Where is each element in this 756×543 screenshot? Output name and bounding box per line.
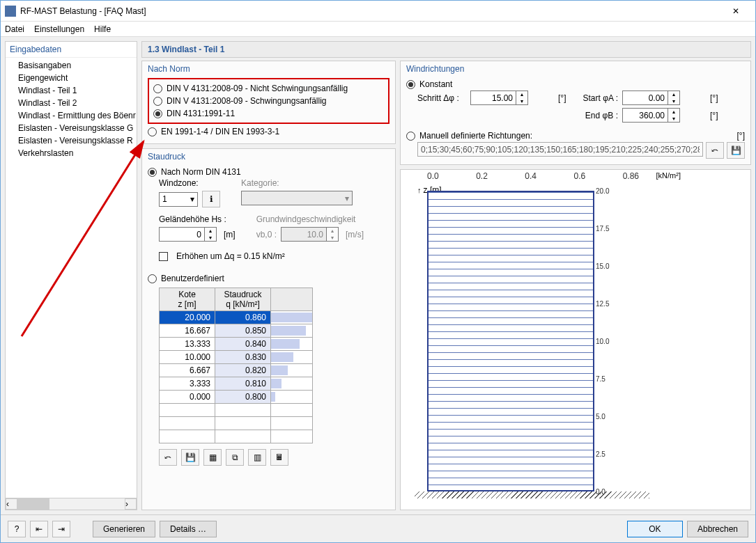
menu-hilfe[interactable]: Hilfe	[94, 24, 111, 34]
generieren-button[interactable]: Generieren	[93, 521, 155, 537]
info-button[interactable]: ℹ	[202, 191, 220, 207]
input-end[interactable]: ▴▾	[622, 108, 706, 123]
staudruck-table: Kote z [m] Staudruck q [kN/m²] 20.0000.8…	[159, 288, 313, 443]
next-button[interactable]: ⇥	[52, 521, 70, 537]
nav-item-4[interactable]: Windlast - Ermittlung des Böenr	[6, 109, 137, 122]
radio-icon	[148, 274, 157, 283]
tbtn-save[interactable]: 💾	[181, 449, 199, 466]
sidebar-hscroll[interactable]: ‹ ›	[6, 498, 137, 510]
chevron-down-icon: ▾	[345, 194, 349, 203]
radio-nach-norm-din[interactable]: Nach Norm DIN 4131	[148, 166, 389, 178]
radio-benutzerdefiniert[interactable]: Benutzerdefiniert	[148, 272, 389, 285]
table-row[interactable]: 20.0000.860	[160, 311, 313, 324]
window-close-button[interactable]: ✕	[720, 1, 751, 21]
chart-staudruck: 0.00.20.40.60.86 [kN/m²] ↑ z [m] 20.017.…	[400, 169, 751, 510]
checkbox-erhoehen[interactable]	[159, 252, 168, 261]
radio-icon	[153, 97, 162, 106]
label-gelaendehoehe: Geländehöhe Hs :	[159, 214, 236, 224]
radio-norm-0[interactable]: DIN V 4131:2008-09 - Nicht Schwingungsan…	[153, 82, 384, 95]
radio-icon	[406, 132, 415, 141]
th-bar	[271, 288, 313, 311]
radio-icon	[148, 168, 157, 177]
table-row[interactable]: 0.0000.800	[160, 391, 313, 404]
table-row[interactable]: 13.3330.840	[160, 338, 313, 351]
select-windzone[interactable]: 1▾	[159, 192, 198, 207]
help-button[interactable]: ?	[8, 521, 26, 537]
radio-icon	[148, 127, 157, 136]
nav-item-2[interactable]: Windlast - Teil 1	[6, 84, 137, 97]
main-panel: 1.3 Windlast - Teil 1 Nach Norm DIN V 41…	[141, 41, 751, 510]
tbtn-save2[interactable]: 💾	[727, 142, 745, 159]
tbtn-calc[interactable]: 🖩	[270, 449, 288, 466]
chevron-down-icon: ▾	[190, 194, 194, 204]
content: Eingabedaten BasisangabenEigengewichtWin…	[1, 37, 755, 514]
sidebar-title: Eingabedaten	[6, 42, 137, 58]
tbtn-copy[interactable]: ⧉	[226, 449, 244, 466]
prev-button[interactable]: ⇤	[30, 521, 48, 537]
menu-einstellungen[interactable]: Einstellungen	[34, 24, 84, 34]
input-schritt[interactable]: ▴▾	[470, 90, 554, 105]
radio-norm-2[interactable]: DIN 4131:1991-11	[153, 107, 384, 120]
label-erhoehen: Erhöhen um Δq = 0.15 kN/m²	[176, 251, 285, 261]
th-kote: Kote z [m]	[160, 288, 215, 311]
sidebar: Eingabedaten BasisangabenEigengewichtWin…	[5, 41, 137, 510]
group-windrichtungen: Windrichtungen Konstant Schritt Δφ : ▴▾ …	[400, 61, 751, 165]
tbtn-pick[interactable]: ⤺	[706, 142, 724, 159]
ground-hatch	[415, 491, 649, 498]
scroll-left-arrow[interactable]: ‹	[6, 498, 17, 510]
label-kategorie: Kategorie:	[241, 178, 353, 188]
titlebar: RF-MAST Belastung - [FAQ Mast] ✕	[1, 1, 755, 22]
tbtn-excel[interactable]: ▦	[203, 449, 222, 466]
axis-y: 20.017.515.012.510.07.55.02.50.0	[596, 191, 622, 491]
tbtn-import[interactable]: ⤺	[159, 449, 177, 466]
highlight-box: DIN V 4131:2008-09 - Nicht Schwingungsan…	[148, 78, 389, 124]
th-q: Staudruck q [kN/m²]	[215, 288, 271, 311]
input-vb0: ▴▾	[281, 227, 339, 242]
nav-item-6[interactable]: Eislasten - Vereisungsklasse R	[6, 134, 137, 147]
nav-tree: BasisangabenEigengewichtWindlast - Teil …	[6, 58, 137, 498]
input-start[interactable]: ▴▾	[622, 90, 706, 105]
label-start: Start φA :	[576, 93, 618, 103]
group-title-staudruck: Staudruck	[148, 152, 389, 162]
nav-item-3[interactable]: Windlast - Teil 2	[6, 97, 137, 109]
app-icon	[5, 6, 16, 17]
table-row[interactable]: 6.6670.820	[160, 364, 313, 377]
input-gelaendehoehe[interactable]: ▴▾	[159, 227, 217, 242]
scroll-right-arrow[interactable]: ›	[125, 498, 137, 510]
table-row[interactable]: 10.0000.830	[160, 351, 313, 364]
nav-item-5[interactable]: Eislasten - Vereisungsklasse G	[6, 122, 137, 134]
footer: ? ⇤ ⇥ Generieren Details … OK Abbrechen	[1, 514, 755, 542]
radio-norm-3[interactable]: EN 1991-1-4 / DIN EN 1993-3-1	[148, 125, 389, 138]
ok-button[interactable]: OK	[627, 521, 683, 537]
radio-icon	[153, 84, 162, 93]
group-title-norm: Nach Norm	[148, 64, 389, 74]
input-manuell	[417, 142, 703, 157]
group-staudruck: Staudruck Nach Norm DIN 4131 Windzone: 1…	[141, 148, 396, 510]
radio-konstant[interactable]: Konstant	[406, 78, 745, 90]
abbrechen-button[interactable]: Abbrechen	[687, 521, 748, 537]
chart-bars	[427, 191, 594, 491]
nav-item-0[interactable]: Basisangaben	[6, 59, 137, 72]
table-row[interactable]: 16.6670.850	[160, 324, 313, 338]
window-title: RF-MAST Belastung - [FAQ Mast]	[20, 6, 720, 16]
axis-x: 0.00.20.40.60.86	[427, 171, 639, 181]
radio-manuell[interactable]: Manuell definierte Richtungen: [°]	[406, 129, 745, 142]
nav-item-7[interactable]: Verkehrslasten	[6, 147, 137, 159]
radio-icon	[406, 80, 415, 89]
page-title: 1.3 Windlast - Teil 1	[141, 41, 751, 58]
group-title-windir: Windrichtungen	[406, 64, 745, 74]
table-toolbar: ⤺ 💾 ▦ ⧉ ▥ 🖩	[159, 449, 389, 466]
group-nach-norm: Nach Norm DIN V 4131:2008-09 - Nicht Sch…	[141, 61, 396, 144]
details-button[interactable]: Details …	[160, 521, 217, 537]
tbtn-col[interactable]: ▥	[248, 449, 266, 466]
menu-datei[interactable]: Datei	[5, 24, 24, 34]
label-end: End φB :	[576, 111, 618, 120]
menubar: Datei Einstellungen Hilfe	[1, 22, 755, 37]
table-row[interactable]: 3.3330.810	[160, 377, 313, 391]
axis-x-unit: [kN/m²]	[656, 171, 681, 180]
radio-norm-1[interactable]: DIN V 4131:2008-09 - Schwingungsanfällig	[153, 95, 384, 107]
label-grundwind: Grundwindgeschwindigkeit	[256, 214, 364, 224]
label-windzone: Windzone:	[159, 178, 220, 188]
nav-item-1[interactable]: Eigengewicht	[6, 72, 137, 84]
app-window: RF-MAST Belastung - [FAQ Mast] ✕ Datei E…	[0, 0, 756, 543]
